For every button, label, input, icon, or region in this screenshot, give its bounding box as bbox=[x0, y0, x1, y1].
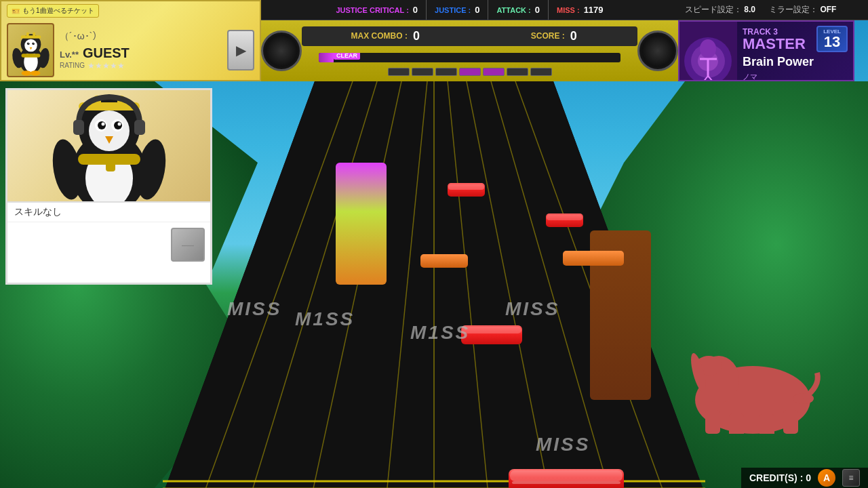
speaker-right bbox=[637, 30, 678, 71]
ticket-icon: 🎫 bbox=[12, 7, 20, 15]
player-card-large: スキルなし — bbox=[5, 88, 212, 285]
player-info: （´･ω･`） Lv.** GUEST RATING ★★★★★ bbox=[60, 30, 222, 70]
player-level: Lv.** bbox=[60, 49, 79, 60]
svg-point-37 bbox=[24, 39, 37, 52]
combo-cell: MAX COMBO : 0 bbox=[302, 26, 469, 46]
miss-text-1: MISS bbox=[227, 298, 281, 320]
jc-value: 0 bbox=[413, 5, 418, 15]
key-ind-5 bbox=[483, 68, 505, 76]
player-card: 🎫 もう1曲遊べるチケット bbox=[0, 0, 261, 81]
settings-bar: スピード設定： 8.0 ミラー設定： OFF bbox=[678, 0, 868, 20]
score-display: MAX COMBO : 0 SCORE : 0 CLEAR bbox=[261, 20, 678, 81]
svg-rect-29 bbox=[420, 254, 468, 268]
miss-judge: MISS : 1179 bbox=[549, 0, 612, 20]
speaker-left bbox=[261, 30, 302, 71]
key-indicators bbox=[388, 68, 552, 76]
svg-point-71 bbox=[117, 123, 121, 126]
credit-label: CREDIT(S) : 0 bbox=[749, 472, 811, 483]
svg-rect-28 bbox=[462, 327, 521, 333]
svg-point-43 bbox=[33, 42, 34, 43]
track-info: TRACK 3 MASTER LEVEL 13 Brain Power ノマ bbox=[678, 20, 854, 81]
svg-point-70 bbox=[101, 123, 104, 126]
song-title: Brain Power bbox=[743, 55, 848, 69]
judge-bar: JUSTICE CRITICAL : 0 JUSTICE : 0 ATTACK … bbox=[261, 0, 678, 20]
bottom-bar: CREDIT(S) : 0 A ≡ bbox=[741, 468, 868, 488]
miss-text-3: M1SS bbox=[410, 322, 470, 344]
svg-rect-32 bbox=[510, 470, 623, 481]
skill-icon-box: — bbox=[171, 228, 205, 262]
track-thumbnail bbox=[679, 22, 737, 81]
key-ind-3 bbox=[435, 68, 457, 76]
svg-point-47 bbox=[21, 70, 31, 75]
skill-text-area bbox=[13, 228, 165, 277]
rating-label: RATING bbox=[60, 62, 85, 69]
svg-rect-82 bbox=[73, 120, 84, 135]
clear-badge: CLEAR bbox=[334, 53, 360, 60]
player-avatar-large bbox=[7, 90, 210, 201]
combo-value: 0 bbox=[413, 29, 420, 43]
ticket-text: もう1曲遊べるチケット bbox=[22, 6, 94, 16]
right-panel: スピード設定： 8.0 ミラー設定： OFF bbox=[678, 0, 868, 81]
svg-rect-30 bbox=[563, 251, 624, 266]
miss-text-2: M1SS bbox=[295, 308, 355, 330]
svg-rect-26 bbox=[547, 215, 583, 220]
svg-rect-21 bbox=[336, 163, 387, 285]
jc-label: JUSTICE CRITICAL : bbox=[336, 6, 408, 14]
speed-label: スピード設定： 8.0 bbox=[685, 4, 755, 16]
key-ind-2 bbox=[412, 68, 433, 76]
player-card-top: 🎫 もう1曲遊べるチケット bbox=[1, 1, 260, 20]
svg-rect-33 bbox=[512, 481, 620, 484]
svg-rect-50 bbox=[26, 32, 29, 37]
svg-rect-51 bbox=[33, 32, 35, 37]
a-button[interactable]: A bbox=[818, 469, 835, 487]
svg-rect-83 bbox=[134, 120, 145, 135]
score-value: 0 bbox=[570, 29, 577, 43]
player-name: GUEST bbox=[83, 45, 130, 61]
miss-judge-label: MISS : bbox=[557, 6, 580, 14]
miss-text-5: MISS bbox=[536, 434, 590, 455]
miss-judge-value: 1179 bbox=[584, 5, 604, 15]
speed-value: 8.0 bbox=[744, 5, 755, 14]
menu-button[interactable]: ≡ bbox=[842, 469, 860, 487]
svg-rect-7 bbox=[783, 410, 798, 434]
score-area: JUSTICE CRITICAL : 0 JUSTICE : 0 ATTACK … bbox=[261, 0, 678, 81]
svg-point-48 bbox=[30, 70, 40, 75]
level-badge: LEVEL 13 bbox=[816, 26, 848, 52]
svg-rect-5 bbox=[729, 413, 744, 434]
svg-point-69 bbox=[114, 121, 122, 129]
svg-rect-24 bbox=[448, 184, 484, 190]
combo-label: MAX COMBO : bbox=[351, 31, 408, 41]
skill-detail: — bbox=[7, 222, 210, 283]
top-hud: 🎫 もう1曲遊べるチケット bbox=[0, 0, 868, 81]
svg-rect-6 bbox=[760, 413, 774, 434]
score-label: SCORE : bbox=[531, 31, 565, 41]
credit-value: 0 bbox=[806, 472, 811, 483]
track-header: TRACK 3 MASTER LEVEL 13 bbox=[743, 26, 848, 52]
arrow-button[interactable]: ▶ bbox=[227, 30, 254, 70]
skill-label: スキルなし bbox=[14, 206, 62, 218]
song-artist: ノマ bbox=[743, 72, 848, 81]
mirror-value: OFF bbox=[820, 5, 836, 14]
score-middle: MAX COMBO : 0 SCORE : 0 CLEAR bbox=[302, 26, 637, 76]
j-label: JUSTICE : bbox=[435, 6, 471, 14]
score-row: MAX COMBO : 0 SCORE : 0 bbox=[302, 26, 637, 46]
key-ind-6 bbox=[507, 68, 528, 76]
svg-rect-49 bbox=[20, 35, 41, 39]
avatar-small bbox=[7, 23, 54, 77]
svg-point-68 bbox=[98, 121, 106, 129]
highway: MISS M1SS M1SS MISS MISS bbox=[163, 81, 705, 488]
svg-rect-81 bbox=[106, 158, 115, 171]
skill-bar: スキルなし bbox=[7, 201, 210, 222]
level-number: 13 bbox=[824, 35, 840, 49]
key-ind-4 bbox=[459, 68, 481, 76]
svg-point-42 bbox=[28, 42, 28, 43]
svg-point-57 bbox=[700, 39, 716, 58]
face-emoji: （´･ω･`） bbox=[60, 30, 222, 43]
progress-bar: CLEAR bbox=[319, 53, 621, 62]
track-details: TRACK 3 MASTER LEVEL 13 Brain Power ノマ bbox=[737, 22, 853, 80]
svg-rect-52 bbox=[21, 54, 40, 58]
progress-fill bbox=[319, 53, 334, 62]
skill-icon: — bbox=[182, 238, 194, 252]
player-card-main: （´･ω･`） Lv.** GUEST RATING ★★★★★ ▶ bbox=[1, 20, 260, 80]
score-cell: SCORE : 0 bbox=[471, 26, 638, 46]
